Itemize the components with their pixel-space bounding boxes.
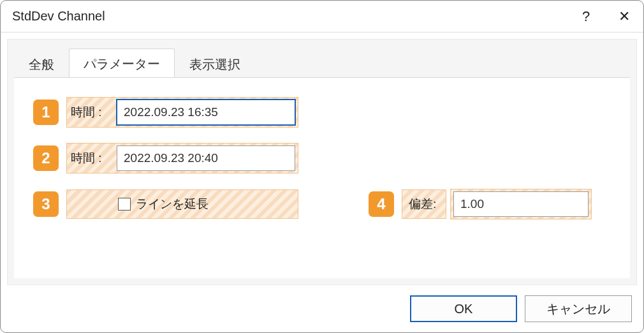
tab-label: パラメーター xyxy=(84,57,160,71)
highlight-region xyxy=(450,189,592,219)
time-input-1[interactable] xyxy=(117,100,295,125)
time-label-2: 時間 : xyxy=(67,144,117,173)
param-row-1: 1 時間 : xyxy=(33,97,611,128)
titlebar: StdDev Channel ? ✕ xyxy=(1,1,643,33)
button-label: OK xyxy=(455,302,473,316)
annotation-badge-3: 3 xyxy=(33,191,59,217)
dialog-button-bar: OK キャンセル xyxy=(410,295,632,322)
extend-line-checkbox[interactable]: ラインを延長 xyxy=(118,196,209,212)
close-button[interactable]: ✕ xyxy=(605,1,643,32)
input-wrap xyxy=(117,98,298,127)
tab-general[interactable]: 全般 xyxy=(14,49,69,78)
annotation-badge-4: 4 xyxy=(369,191,394,217)
input-wrap xyxy=(117,144,298,173)
cancel-button[interactable]: キャンセル xyxy=(525,295,632,322)
tab-page-parameters: 1 時間 : 2 時間 : 3 xyxy=(14,77,630,278)
highlight-region: ラインを延長 xyxy=(66,189,298,219)
help-icon: ? xyxy=(582,8,590,25)
checkbox-box-icon xyxy=(118,198,131,211)
deviation-input[interactable] xyxy=(453,191,589,217)
window-title: StdDev Channel xyxy=(12,9,105,24)
highlight-region: 時間 : xyxy=(66,143,298,174)
extend-line-label: ラインを延長 xyxy=(136,196,209,212)
param-group-4: 4 偏差: xyxy=(369,189,592,219)
param-row-2: 2 時間 : xyxy=(33,143,611,174)
deviation-label: 偏差: xyxy=(402,189,446,219)
client-area: 全般 パラメーター 表示選択 1 時間 : 2 xyxy=(7,39,637,285)
tab-display[interactable]: 表示選択 xyxy=(175,49,255,78)
time-label-1: 時間 : xyxy=(67,98,117,127)
ok-button[interactable]: OK xyxy=(410,295,517,322)
dialog-window: StdDev Channel ? ✕ 全般 パラメーター 表示選択 1 xyxy=(0,0,644,333)
tab-strip: 全般 パラメーター 表示選択 xyxy=(8,40,636,78)
help-button[interactable]: ? xyxy=(567,1,605,32)
button-label: キャンセル xyxy=(546,300,610,318)
tab-label: 表示選択 xyxy=(189,57,240,71)
annotation-badge-2: 2 xyxy=(33,145,59,171)
close-icon: ✕ xyxy=(618,8,630,25)
annotation-badge-1: 1 xyxy=(33,100,59,125)
highlight-region: 時間 : xyxy=(66,97,298,128)
tab-label: 全般 xyxy=(29,57,54,71)
param-row-3: 3 ラインを延長 4 偏差: xyxy=(33,189,611,219)
window-controls: ? ✕ xyxy=(567,1,643,32)
tab-parameters[interactable]: パラメーター xyxy=(69,48,175,78)
time-input-2[interactable] xyxy=(117,145,295,171)
